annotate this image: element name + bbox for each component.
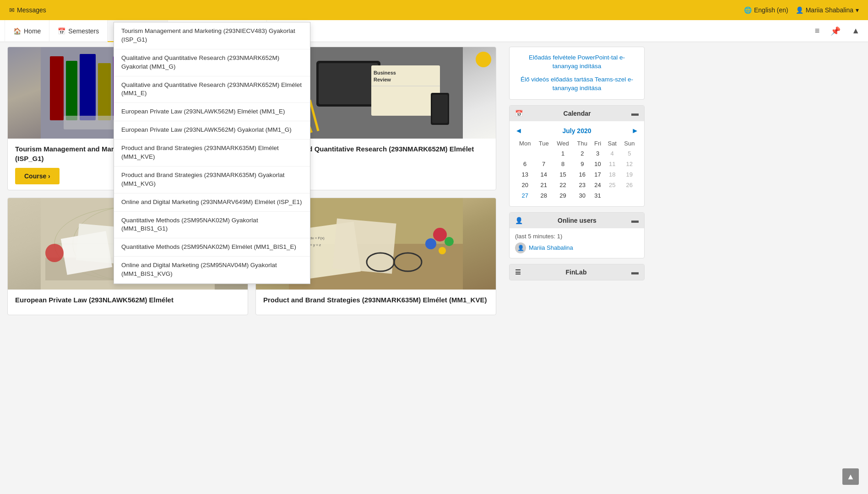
svg-rect-7 xyxy=(64,116,119,129)
svg-text:Review: Review xyxy=(374,77,391,82)
cal-th-sat: Sat xyxy=(604,139,620,148)
cal-th-sun: Sun xyxy=(620,139,639,148)
link-teams[interactable]: Élő videós előadás tartása Teams-szel e-… xyxy=(517,75,637,93)
svg-point-40 xyxy=(445,237,454,246)
nav-semesters[interactable]: 📅 Semesters xyxy=(49,20,108,42)
user-link[interactable]: 👤 Mariia Shabalina ▾ xyxy=(796,6,859,14)
cal-cell-4-4: 31 xyxy=(591,190,604,201)
dropdown-item-6[interactable]: Product and Brand Strategies (293NMARK63… xyxy=(114,166,310,193)
dropdown-item-2[interactable]: Qualitative and Quantitative Research (2… xyxy=(114,76,310,103)
calendar-week-0: 12345 xyxy=(515,148,639,159)
calendar-header-icon: 📅 xyxy=(515,110,523,117)
calendar-header: 📅 Calendar ▬ xyxy=(510,106,644,121)
nav-home-label: Home xyxy=(24,27,41,35)
online-users-body: (last 5 minutes: 1) 👤 Mariia Shabalina xyxy=(510,228,644,258)
dropdown-item-9[interactable]: Quantitative Methods (2SM95NAK02M) Elmél… xyxy=(114,238,310,257)
collapse-nav-button[interactable]: ▲ xyxy=(848,23,863,38)
cal-cell-4-3: 30 xyxy=(573,190,591,201)
cal-cell-1-1: 7 xyxy=(535,159,552,169)
calendar-widget: 📅 Calendar ▬ ◄ July 2020 ► Mon Tue Wed xyxy=(509,105,645,207)
top-bar-left: ✉ Messages xyxy=(9,6,46,14)
cal-cell-2-2: 15 xyxy=(553,169,573,180)
svg-rect-3 xyxy=(80,54,96,120)
online-users-title: Online users xyxy=(558,217,597,224)
cal-cell-0-5: 4 xyxy=(604,148,620,159)
list-view-button[interactable]: ≡ xyxy=(811,23,824,38)
cal-cell-2-5: 18 xyxy=(604,169,620,180)
cal-cell-1-4: 10 xyxy=(591,159,604,169)
calendar-nav-icon: 📅 xyxy=(58,27,65,35)
course-title-3: Product and Brand Strategies (293NMARK63… xyxy=(263,295,488,305)
cal-cell-0-6: 5 xyxy=(620,148,639,159)
calendar-week-3: 20212223242526 xyxy=(515,180,639,190)
cal-cell-2-0: 13 xyxy=(515,169,535,180)
cal-cell-4-0[interactable]: 27 xyxy=(515,190,535,201)
svg-point-41 xyxy=(439,247,446,254)
dropdown-item-4[interactable]: European Private Law (293NLAWK562M) Gyak… xyxy=(114,121,310,140)
messages-label: Messages xyxy=(17,6,46,14)
dropdown-item-3[interactable]: European Private Law (293NLAWK562M) Elmé… xyxy=(114,103,310,121)
cal-th-mon: Mon xyxy=(515,139,535,148)
link-powerpoint[interactable]: Előadás felvétele PowerPoint-tal e-tanan… xyxy=(517,54,637,71)
nav-right-actions: ≡ 📌 ▲ xyxy=(811,23,863,39)
svg-point-39 xyxy=(425,238,436,249)
cal-cell-2-4: 17 xyxy=(591,169,604,180)
cal-cell-0-1 xyxy=(535,148,552,159)
right-sidebar: Előadás felvétele PowerPoint-tal e-tanan… xyxy=(504,42,650,320)
cal-cell-3-4: 24 xyxy=(591,180,604,190)
my-courses-dropdown: Tourism Management and Marketing (293NIE… xyxy=(114,22,310,284)
calendar-collapse-btn[interactable]: ▬ xyxy=(631,109,639,118)
finlab-widget: ☰ FinLab ▬ xyxy=(509,264,645,280)
cal-cell-3-3: 23 xyxy=(573,180,591,190)
language-link[interactable]: 🌐 English (en) xyxy=(744,6,788,14)
calendar-week-4: 2728293031 xyxy=(515,190,639,201)
svg-rect-1 xyxy=(50,56,64,120)
svg-text:Business: Business xyxy=(374,70,396,75)
cal-cell-3-1: 21 xyxy=(535,180,552,190)
cal-cell-0-3: 2 xyxy=(573,148,591,159)
cal-cell-4-6 xyxy=(620,190,639,201)
online-users-collapse-btn[interactable]: ▬ xyxy=(631,216,639,225)
calendar-nav: ◄ July 2020 ► xyxy=(515,127,639,135)
cal-cell-1-2: 8 xyxy=(553,159,573,169)
dropdown-item-7[interactable]: Online and Digital Marketing (293NMARV64… xyxy=(114,193,310,212)
course-title-2: European Private Law (293NLAWK562M) Elmé… xyxy=(15,295,240,305)
cal-cell-1-6: 12 xyxy=(620,159,639,169)
messages-link[interactable]: ✉ Messages xyxy=(9,6,46,14)
globe-icon: 🌐 xyxy=(744,6,752,14)
dropdown-item-8[interactable]: Quantitative Methods (2SM95NAK02M) Gyako… xyxy=(114,212,310,239)
calendar-header-row: Mon Tue Wed Thu Fri Sat Sun xyxy=(515,139,639,148)
finlab-collapse-btn[interactable]: ▬ xyxy=(631,268,639,276)
dropdown-item-10[interactable]: Online and Digital Marketing (2SM95NAV04… xyxy=(114,257,310,284)
online-users-icon: 👤 xyxy=(515,217,523,224)
course-tag-1 xyxy=(476,52,491,67)
svg-rect-17 xyxy=(432,95,448,123)
dropdown-item-1[interactable]: Qualitative and Quantitative Research (2… xyxy=(114,49,310,76)
course-btn-0[interactable]: Course › xyxy=(15,168,60,184)
calendar-next-btn[interactable]: ► xyxy=(631,127,639,135)
home-icon: 🏠 xyxy=(13,27,21,35)
online-users-widget: 👤 Online users ▬ (last 5 minutes: 1) 👤 M… xyxy=(509,212,645,258)
dropdown-item-5[interactable]: Product and Brand Strategies (293NMARK63… xyxy=(114,140,310,166)
svg-point-38 xyxy=(433,228,447,242)
finlab-header: ☰ FinLab ▬ xyxy=(510,264,644,280)
cal-cell-0-0 xyxy=(515,148,535,159)
nav-home[interactable]: 🏠 Home xyxy=(5,20,49,42)
nav-semesters-label: Semesters xyxy=(68,27,99,35)
online-users-header: 👤 Online users ▬ xyxy=(510,213,644,228)
dropdown-item-0[interactable]: Tourism Management and Marketing (293NIE… xyxy=(114,22,310,49)
language-label: English (en) xyxy=(754,6,788,14)
dropdown-scroll-area[interactable]: Tourism Management and Marketing (293NIE… xyxy=(114,22,310,284)
top-bar-right: 🌐 English (en) 👤 Mariia Shabalina ▾ xyxy=(744,6,859,14)
user-avatar-0: 👤 xyxy=(515,242,526,253)
online-user-link-0[interactable]: 👤 Mariia Shabalina xyxy=(515,242,639,253)
cal-cell-3-2: 22 xyxy=(553,180,573,190)
cal-cell-4-2: 29 xyxy=(553,190,573,201)
user-icon: 👤 xyxy=(796,6,803,14)
pin-button[interactable]: 📌 xyxy=(827,23,844,39)
svg-rect-4 xyxy=(98,63,111,120)
calendar-prev-btn[interactable]: ◄ xyxy=(515,127,522,135)
links-box: Előadás felvétele PowerPoint-tal e-tanan… xyxy=(509,47,645,100)
cal-th-tue: Tue xyxy=(535,139,552,148)
course-card-body-3: Product and Brand Strategies (293NMARK63… xyxy=(256,290,496,315)
